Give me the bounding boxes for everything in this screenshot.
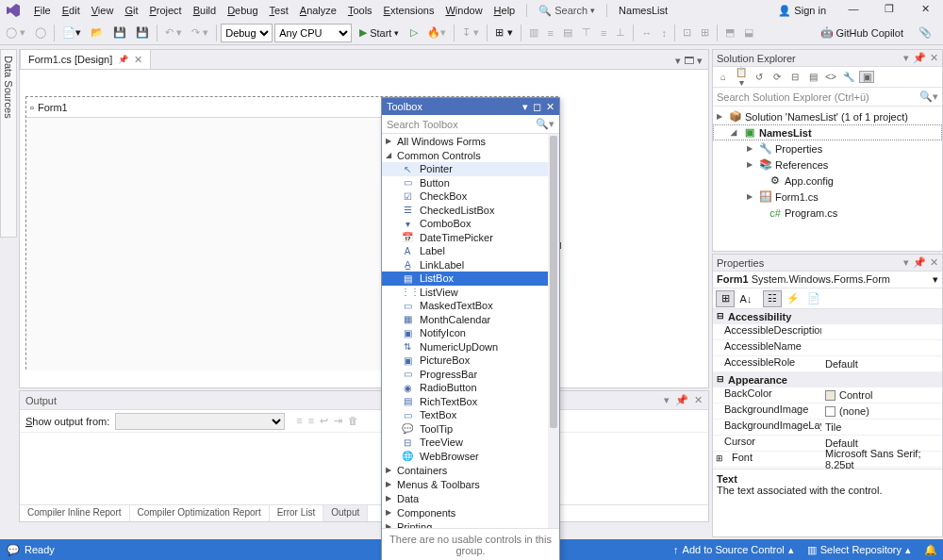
align-mid-button[interactable]: ≡	[597, 25, 610, 41]
categorized-button[interactable]: ⊞	[716, 290, 735, 307]
hot-reload-button[interactable]: 🔥▾	[423, 24, 450, 41]
toolbox-item-treeview[interactable]: ⊟TreeView	[382, 436, 559, 450]
toolbox-item-linklabel[interactable]: A̲LinkLabel	[382, 258, 559, 272]
notifications-button[interactable]: 🔔	[924, 544, 937, 556]
send-back-button[interactable]: ⬓	[740, 24, 757, 41]
property-row[interactable]: ⊞FontMicrosoft Sans Serif; 8,25pt	[713, 452, 942, 468]
pending-icon[interactable]: ↺	[752, 72, 767, 82]
home-icon[interactable]: ⌂	[716, 72, 731, 82]
vspace-button[interactable]: ↕	[657, 25, 670, 41]
align-bottom-button[interactable]: ⊥	[612, 24, 629, 41]
toolbox-category[interactable]: ▶All Windows Forms	[382, 134, 559, 148]
toolbox-category[interactable]: ▶Components	[382, 505, 559, 519]
solution-root[interactable]: Solution 'NamesList' (1 of 1 project)	[745, 111, 908, 123]
toolbox-titlebar[interactable]: Toolbox ▾◻✕	[382, 98, 559, 115]
pin-icon[interactable]: 📌	[913, 256, 926, 269]
toolbox-item-radiobutton[interactable]: ◉RadioButton	[382, 381, 559, 395]
quick-search[interactable]: 🔍 Search ▾	[533, 2, 601, 20]
alpha-button[interactable]: A↓	[736, 290, 755, 307]
save-all-button[interactable]: 💾	[132, 24, 153, 41]
center-button[interactable]: ⊞	[697, 24, 713, 41]
property-row[interactable]: BackgroundImageLayoutTile	[713, 420, 942, 436]
size-button[interactable]: ⊡	[679, 24, 695, 41]
goto-icon[interactable]: ⇥	[334, 415, 342, 427]
start-debug-button[interactable]: ▶Start ▾	[354, 25, 405, 41]
bring-front-button[interactable]: ⬒	[721, 24, 738, 41]
toolbox-category[interactable]: ▶Containers	[382, 463, 559, 477]
toolbox-category[interactable]: ▶Data	[382, 491, 559, 505]
align-center-button[interactable]: ≡	[544, 25, 557, 41]
toolbox-search[interactable]: Search Toolbox	[387, 119, 458, 130]
output-tab[interactable]: Compiler Optimization Report	[130, 505, 270, 521]
dropdown-icon[interactable]: ▾	[903, 256, 909, 269]
solution-search-placeholder[interactable]: Search Solution Explorer (Ctrl+ü)	[717, 91, 869, 103]
tab-close-icon[interactable]: ✕	[134, 54, 142, 66]
window-minimize-button[interactable]: —	[839, 3, 868, 18]
sync-icon[interactable]: ⟳	[769, 72, 785, 82]
pin-icon[interactable]: ▾	[664, 394, 670, 406]
toolbox-category[interactable]: ▶Menus & Toolbars	[382, 477, 559, 491]
select-repo-button[interactable]: ▥ Select Repository ▴	[807, 544, 911, 556]
layout-grid-button[interactable]: ⊞ ▾	[491, 24, 516, 41]
output-source-select[interactable]	[115, 413, 285, 430]
toolbox-item-progressbar[interactable]: ▭ProgressBar	[382, 368, 559, 382]
tree-node[interactable]: Program.cs	[785, 207, 837, 219]
tree-node[interactable]: Properties	[775, 143, 822, 155]
window-close-button[interactable]: ✕	[911, 3, 939, 18]
wrap-icon[interactable]: ↩	[320, 415, 328, 427]
sign-in-button[interactable]: 👤 Sign in	[772, 2, 832, 20]
solution-context[interactable]: NamesList	[613, 2, 673, 19]
search-icon[interactable]: 🔍▾	[919, 91, 938, 103]
property-pages-button[interactable]: 📄	[804, 290, 823, 307]
menu-window[interactable]: Window	[439, 2, 488, 19]
tabwell-toolbar[interactable]: ▾ 🗖 ▾	[670, 53, 708, 69]
scrollbar[interactable]	[548, 134, 559, 528]
save-button[interactable]: 💾	[109, 24, 130, 41]
properties-icon[interactable]: <>	[823, 72, 838, 82]
project-node[interactable]: NamesList	[759, 127, 812, 139]
output-tab[interactable]: Output	[323, 505, 368, 521]
property-row[interactable]: AccessibleDescription	[713, 324, 942, 340]
property-category[interactable]: ⊟Accessibility	[713, 309, 942, 324]
nav-back-button[interactable]: ◯ ▾	[2, 24, 29, 41]
output-tab[interactable]: Error List	[270, 505, 324, 521]
output-tab[interactable]: Compiler Inline Report	[20, 505, 130, 521]
menu-project[interactable]: Project	[143, 2, 187, 19]
menu-git[interactable]: Git	[119, 2, 143, 19]
menu-tools[interactable]: Tools	[342, 2, 378, 19]
property-category[interactable]: ⊟Appearance	[713, 372, 942, 387]
toolbox-item-numericupdown[interactable]: ⇅NumericUpDown	[382, 340, 559, 354]
add-source-control-button[interactable]: ↑ Add to Source Control ▴	[673, 544, 794, 556]
close-icon[interactable]: ✕	[930, 52, 938, 64]
toolbox-item-pointer[interactable]: ↖Pointer	[382, 162, 559, 176]
menu-help[interactable]: Help	[488, 2, 521, 19]
property-row[interactable]: AccessibleName	[713, 340, 942, 356]
pin-icon[interactable]: 📌	[913, 52, 926, 64]
toolbox-item-button[interactable]: ▭Button	[382, 176, 559, 190]
search-icon[interactable]: 🔍▾	[536, 118, 554, 130]
property-row[interactable]: BackColorControl	[713, 387, 942, 404]
hspace-button[interactable]: ↔	[637, 25, 655, 41]
menu-test[interactable]: Test	[264, 2, 294, 19]
solution-tree[interactable]: ▶📦Solution 'NamesList' (1 of 1 project) …	[713, 107, 942, 251]
toolbox-item-checkbox[interactable]: ☑CheckBox	[382, 189, 559, 204]
property-grid[interactable]: ⊟AccessibilityAccessibleDescriptionAcces…	[713, 309, 942, 469]
show-all-icon[interactable]: ▤	[805, 72, 820, 82]
menu-edit[interactable]: Edit	[57, 2, 86, 19]
close-icon[interactable]: ✕	[546, 101, 554, 113]
redo-button[interactable]: ↷ ▾	[188, 24, 212, 41]
toolbox-item-maskedtextbox[interactable]: ▭MaskedTextBox	[382, 299, 559, 313]
menu-view[interactable]: View	[86, 2, 120, 19]
start-without-debug-button[interactable]: ▷	[406, 24, 422, 41]
tree-node[interactable]: References	[775, 159, 828, 171]
toolbox-item-webbrowser[interactable]: 🌐WebBrowser	[382, 450, 559, 464]
preview-icon[interactable]: ▣	[859, 71, 874, 83]
toolbox-item-textbox[interactable]: ▭TextBox	[382, 408, 559, 422]
wrench-icon[interactable]: 🔧	[841, 72, 856, 82]
open-button[interactable]: 📂	[87, 24, 108, 41]
toolbox-item-checkedlistbox[interactable]: ☰CheckedListBox	[382, 204, 559, 218]
toolbox-category[interactable]: ▶Printing	[382, 519, 559, 528]
toolbox-item-monthcalendar[interactable]: ▦MonthCalendar	[382, 313, 559, 327]
menu-file[interactable]: File	[28, 2, 57, 19]
pin-icon[interactable]: 📌	[118, 55, 128, 64]
